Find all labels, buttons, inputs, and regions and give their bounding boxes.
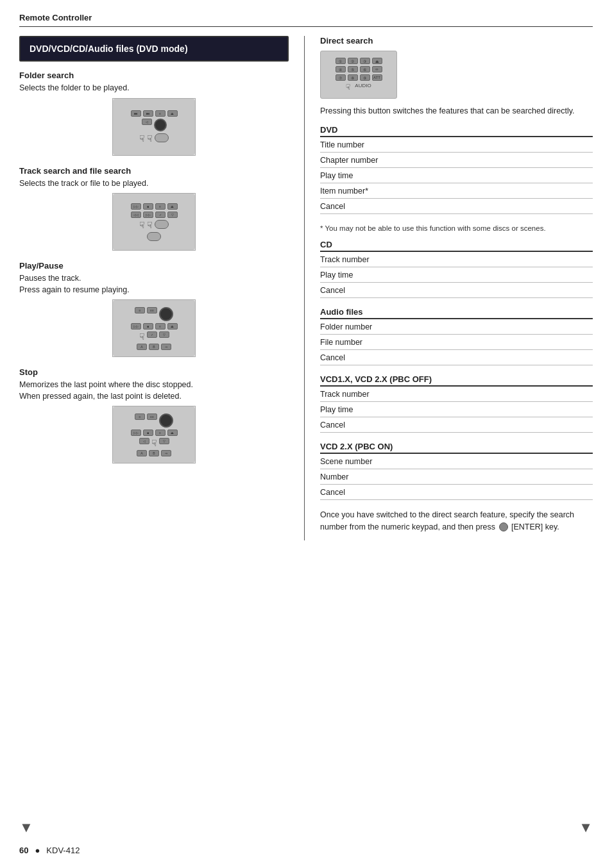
cd-item-1: Track number	[320, 252, 593, 267]
remote-row-11: A B ⇒	[137, 344, 171, 350]
category-audio-files: Audio files Folder number File number Ca…	[320, 307, 593, 365]
vcd-on-item-3: Cancel	[320, 485, 593, 500]
rbtn-33: A	[137, 450, 147, 456]
rbtn-lg-1	[155, 133, 169, 142]
bottom-description: Once you have switched to the direct sea…	[320, 509, 593, 533]
rbtn-15: ≡≡	[147, 307, 157, 313]
footnote: * You may not be able to use this functi…	[320, 223, 593, 233]
rbtn-24: ⇒	[161, 344, 171, 350]
rbtn-34: B	[149, 450, 159, 456]
ds-rbtn-3: ③	[360, 58, 370, 64]
remote-mock-3: ≡ ≡≡ ▷▷ ■ ≡ ⏏ ☟ ✓ ▽	[113, 300, 195, 356]
rbtn-2: ⏭	[143, 110, 153, 117]
vcd-off-item-2: Play time	[320, 402, 593, 417]
dvd-item-5: Cancel	[320, 199, 593, 214]
category-dvd: DVD Title number Chapter number Play tim…	[320, 125, 593, 214]
remote-row-6: ☟ ☟	[139, 220, 169, 230]
dvd-title: DVD	[320, 125, 593, 137]
rbtn-16: ▷▷	[131, 323, 141, 330]
bullet: ●	[35, 846, 40, 855]
model-number: KDV-412	[46, 846, 80, 855]
stop-line1: Memorizes the last point where the disc …	[19, 380, 193, 389]
play-pause-image: ≡ ≡≡ ▷▷ ■ ≡ ⏏ ☟ ✓ ▽	[112, 299, 196, 357]
folder-search-image: ⏮ ⏭ ≡ ⏏ ◁ ☟ ☟	[112, 98, 196, 156]
remote-mock-2: ▷▷ ■ ≡ ⏏ ◁◁ ▷▷ ✓ ▽ ☟ ☟	[113, 194, 195, 250]
dvd-item-3: Play time	[320, 168, 593, 183]
play-pause-title: Play/Pause	[19, 261, 289, 271]
ds-rbtn-1: ①	[336, 58, 346, 64]
remote-row-10: ☟ ✓ ▽	[139, 331, 169, 342]
remote-row-15: A B ⇒	[137, 450, 171, 456]
rbtn-22: A	[137, 344, 147, 350]
cd-title: CD	[320, 240, 593, 252]
ds-rbtn-8: ∞	[372, 66, 382, 72]
ds-rbtn-11: ⑨	[360, 74, 370, 81]
rbtn-31: ◁	[139, 438, 149, 444]
remote-row-13: ▷▷ ■ ≡ ⏏	[131, 430, 178, 436]
remote-row-2: ◁	[142, 119, 167, 131]
bottom-text-2: [ENTER] key.	[511, 522, 559, 531]
rbtn-26: ≡≡	[147, 413, 157, 420]
ds-rbtn-6: ⑤	[348, 66, 358, 72]
rbtn-5: ◁	[142, 119, 152, 125]
vcd-off-item-1: Track number	[320, 387, 593, 402]
direct-search-desc: Pressing this button switches the featur…	[320, 105, 593, 117]
remote-row-5: ◁◁ ▷▷ ✓ ▽	[131, 212, 178, 218]
stop-title: Stop	[19, 367, 289, 377]
subsection-play-pause: Play/Pause Pauses the track. Press again…	[19, 261, 289, 357]
cd-item-3: Cancel	[320, 283, 593, 298]
cd-item-2: Play time	[320, 267, 593, 283]
play-pause-text: Pauses the track. Press again to resume …	[19, 273, 289, 296]
arrow-down-right: ▼	[579, 819, 593, 836]
rbtn-29: ≡	[155, 430, 166, 436]
rbtn-28: ■	[143, 430, 153, 436]
remote-row-9: ▷▷ ■ ≡ ⏏	[131, 323, 178, 330]
remote-row-12: ≡ ≡≡	[135, 413, 173, 428]
ds-rbtn-2: ②	[348, 58, 358, 64]
section-box-title: DVD/VCD/CD/Audio files (DVD mode)	[30, 44, 188, 54]
stop-text: Memorizes the last point where the disc …	[19, 380, 289, 402]
rbtn-8: ≡	[155, 203, 166, 210]
dvd-item-4: Item number*	[320, 183, 593, 199]
vcd-pbc-on-title: VCD 2.X (PBC ON)	[320, 442, 593, 454]
remote-mock-1: ⏮ ⏭ ≡ ⏏ ◁ ☟ ☟	[113, 99, 195, 155]
bottom-arrows-row: ▼ ▼	[19, 819, 593, 836]
rbtn-30: ⏏	[167, 430, 178, 436]
folder-search-title: Folder search	[19, 71, 289, 80]
ds-row-4: ☟ AUDIO	[346, 83, 371, 92]
vcd-pbc-off-title: VCD1.X, VCD 2.X (PBC OFF)	[320, 374, 593, 387]
main-layout: DVD/VCD/CD/Audio files (DVD mode) Folder…	[19, 36, 593, 540]
track-search-text: Selects the track or file to be played.	[19, 178, 289, 190]
rbtn-32: ▽	[159, 438, 169, 444]
left-column: DVD/VCD/CD/Audio files (DVD mode) Folder…	[19, 36, 289, 540]
page: Remote Controller DVD/VCD/CD/Audio files…	[0, 0, 612, 868]
rbtn-17: ■	[143, 323, 153, 330]
remote-row-8: ≡ ≡≡	[135, 307, 173, 321]
footer: 60 ● KDV-412	[19, 846, 593, 855]
audio-item-1: Folder number	[320, 319, 593, 335]
ds-rbtn-9: ⑦	[336, 74, 346, 81]
category-vcd-pbc-on: VCD 2.X (PBC ON) Scene number Number Can…	[320, 442, 593, 500]
rbtn-7: ■	[143, 203, 153, 210]
dvd-item-1: Title number	[320, 137, 593, 153]
rbtn-circle-2	[159, 307, 173, 321]
enter-button-icon	[499, 522, 508, 531]
direct-search-title: Direct search	[320, 36, 593, 46]
hand-icon-2: ☟	[147, 133, 153, 144]
folder-search-text: Selects the folder to be played.	[19, 83, 289, 94]
page-header: Remote Controller	[19, 13, 593, 27]
remote-row-4: ▷▷ ■ ≡ ⏏	[131, 203, 178, 210]
subsection-folder-search: Folder search Selects the folder to be p…	[19, 71, 289, 156]
rbtn-35: ⇒	[161, 450, 171, 456]
header-title: Remote Controller	[19, 13, 92, 22]
ds-row-3: ⑦ ⑧ ⑨ ATT	[336, 74, 382, 81]
rbtn-9: ⏏	[167, 203, 178, 210]
hand-icon-4: ☟	[147, 220, 153, 230]
rbtn-18: ≡	[155, 323, 166, 330]
subsection-track-search: Track search and file search Selects the…	[19, 166, 289, 251]
stop-image: ≡ ≡≡ ▷▷ ■ ≡ ⏏ ◁ ☟ ▽	[112, 406, 196, 463]
remote-row-14: ◁ ☟ ▽	[139, 438, 169, 448]
rbtn-10: ◁◁	[131, 212, 141, 218]
ds-row-2: ④ ⑤ ⑥ ∞	[336, 66, 382, 72]
hand-icon-6: ☟	[151, 438, 157, 448]
